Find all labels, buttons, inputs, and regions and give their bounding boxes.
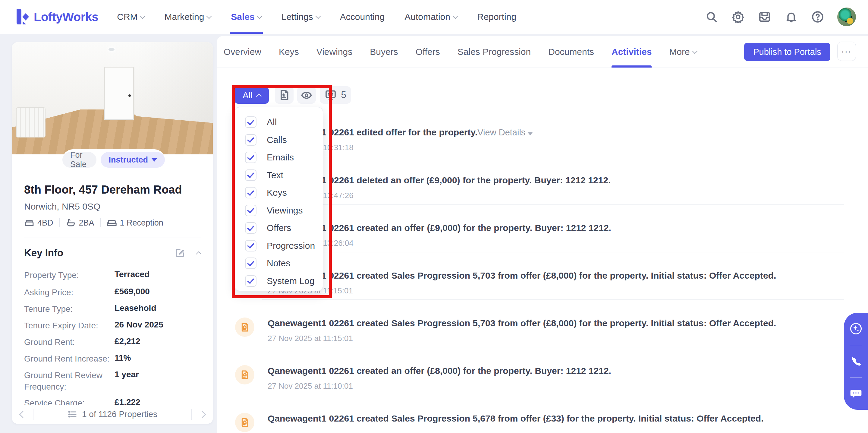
- activity-text: Qanewagent1 02261 created Sales Progress…: [268, 318, 776, 328]
- activity-filter-dropdown: All Calls Emails Text Keys Viewings Offe…: [235, 107, 323, 291]
- main-panel: Overview Keys Viewings Buyers Offers Sal…: [217, 36, 868, 433]
- nav-item-marketing[interactable]: Marketing: [164, 0, 211, 34]
- nav-item-crm[interactable]: CRM: [117, 0, 144, 34]
- property-list-button[interactable]: 1 of 1126 Properties: [33, 409, 191, 419]
- checkbox-checked[interactable]: [245, 187, 256, 198]
- tab-sales-progression[interactable]: Sales Progression: [458, 36, 531, 67]
- property-pagination: 1 of 1126 Properties: [12, 405, 213, 424]
- checkbox-checked[interactable]: [245, 134, 256, 146]
- active-tab-underline: [612, 65, 652, 67]
- active-nav-underline: [230, 32, 262, 34]
- chevron-down-icon: [453, 13, 458, 19]
- activity-timestamp: 27 Nov 2025 at 11:10:01: [268, 381, 611, 391]
- tab-activities[interactable]: Activities: [612, 36, 652, 67]
- activity-timestamp: 27 Nov 2025 at 11:15:01: [268, 334, 776, 343]
- filter-option-text[interactable]: Text: [235, 167, 323, 184]
- next-property-button[interactable]: [192, 412, 213, 417]
- nav-item-sales[interactable]: Sales: [231, 0, 261, 34]
- filter-option-emails[interactable]: Emails: [235, 149, 323, 167]
- activity-row: Qanewagent1 02261 created Sales Progress…: [235, 270, 850, 295]
- comment-count-button[interactable]: 5: [320, 86, 351, 104]
- checkbox-checked[interactable]: [245, 222, 256, 234]
- checkbox-checked[interactable]: [245, 258, 256, 269]
- activity-avatar: [235, 318, 254, 337]
- app-root: LoftyWorks CRM Marketing Sales Lettings …: [0, 0, 868, 433]
- collapse-chevron-icon[interactable]: [196, 251, 201, 257]
- nav-item-automation[interactable]: Automation: [404, 0, 457, 34]
- watch-filter-button[interactable]: [297, 86, 316, 104]
- search-icon[interactable]: [705, 10, 718, 24]
- top-nav: LoftyWorks CRM Marketing Sales Lettings …: [0, 0, 868, 34]
- baths-stat: 2BA: [66, 218, 94, 228]
- tab-overview[interactable]: Overview: [224, 36, 261, 67]
- filter-option-calls[interactable]: Calls: [235, 131, 323, 149]
- chevron-up-icon: [256, 93, 261, 99]
- nav-item-accounting[interactable]: Accounting: [340, 0, 384, 34]
- bell-icon[interactable]: [784, 10, 798, 24]
- key-info-row: Tenure Type:Leasehold: [24, 304, 202, 315]
- chevron-down-icon: [140, 13, 145, 19]
- phone-icon[interactable]: [849, 354, 863, 368]
- tab-buyers[interactable]: Buyers: [370, 36, 398, 67]
- inbox-icon[interactable]: [758, 10, 772, 24]
- view-details-link[interactable]: View Details: [477, 127, 532, 137]
- checkbox-checked[interactable]: [245, 170, 256, 181]
- checkbox-checked[interactable]: [245, 152, 256, 163]
- property-title: 8th Floor, 457 Dereham Road: [24, 183, 201, 196]
- filter-option-viewings[interactable]: Viewings: [235, 202, 323, 220]
- nav-item-lettings[interactable]: Lettings: [281, 0, 320, 34]
- pagination-label: 1 of 1126 Properties: [82, 409, 157, 419]
- edit-icon[interactable]: [175, 248, 185, 258]
- filter-option-all[interactable]: All: [235, 113, 323, 131]
- filter-option-offers[interactable]: Offers: [235, 219, 323, 237]
- tab-documents[interactable]: Documents: [548, 36, 594, 67]
- tab-more[interactable]: More: [669, 36, 696, 67]
- ai-assistant-icon[interactable]: [849, 322, 863, 336]
- filter-option-notes[interactable]: Notes: [235, 255, 323, 272]
- property-photo[interactable]: [12, 42, 213, 154]
- list-icon: [67, 409, 77, 419]
- more-actions-button[interactable]: ...: [837, 41, 856, 61]
- detail-tabs: Overview Keys Viewings Buyers Offers Sal…: [224, 36, 697, 67]
- checkbox-checked[interactable]: [245, 205, 256, 216]
- key-info-row: Ground Rent Increase:11%: [24, 353, 202, 365]
- key-info-row: Ground Rent Review Frequency:1 year: [24, 370, 202, 393]
- brand-logo[interactable]: LoftyWorks: [16, 9, 98, 25]
- activity-row: Qanewagent1 02261 created an offer (£9,0…: [235, 222, 850, 248]
- main-nav: CRM Marketing Sales Lettings Accounting …: [117, 0, 516, 34]
- key-info-title: Key Info: [24, 247, 63, 259]
- checkbox-checked[interactable]: [245, 240, 256, 252]
- publish-to-portals-button[interactable]: Publish to Portals: [744, 43, 830, 61]
- contact-widget: [844, 313, 868, 410]
- filter-option-keys[interactable]: Keys: [235, 184, 323, 202]
- user-avatar[interactable]: [837, 7, 856, 26]
- filter-option-progression[interactable]: Progression: [235, 237, 323, 255]
- tab-viewings[interactable]: Viewings: [316, 36, 352, 67]
- activity-text: Qanewagent1 02261 created an offer (£8,0…: [268, 366, 611, 376]
- checkbox-checked[interactable]: [245, 116, 256, 128]
- property-document-icon: [240, 370, 250, 380]
- activity-timestamp: 27 Nov 2025 at 11:15:01: [268, 286, 776, 295]
- nav-item-reporting[interactable]: Reporting: [477, 0, 516, 34]
- filter-option-system-log[interactable]: System Log: [235, 272, 323, 290]
- activity-row: Qanewagent1 02261 created Sales Progress…: [235, 318, 850, 343]
- checkbox-checked[interactable]: [245, 275, 256, 287]
- prev-property-button[interactable]: [12, 412, 33, 417]
- activity-text: Qanewagent1 02261 created Sales Progress…: [268, 413, 764, 423]
- status-badges: For Sale Instructed: [62, 149, 165, 170]
- activity-filter-button[interactable]: All: [235, 87, 269, 104]
- key-info-row: Asking Price:£569,000: [24, 287, 202, 298]
- beds-stat: 4BD: [24, 218, 53, 228]
- key-info-row: Tenure Expiry Date:26 Nov 2025: [24, 320, 202, 331]
- tab-offers[interactable]: Offers: [415, 36, 440, 67]
- nav-utilities: [705, 7, 856, 26]
- help-icon[interactable]: [811, 10, 825, 24]
- tab-keys[interactable]: Keys: [279, 36, 299, 67]
- notes-filter-button[interactable]: [275, 86, 293, 104]
- chat-icon[interactable]: [849, 387, 863, 401]
- gear-icon[interactable]: [731, 10, 745, 24]
- loftyworks-logo-icon: [16, 9, 30, 25]
- chevron-down-icon: [257, 13, 262, 19]
- status-badge[interactable]: For Sale: [62, 152, 96, 168]
- stage-badge-dropdown[interactable]: Instructed: [101, 152, 165, 168]
